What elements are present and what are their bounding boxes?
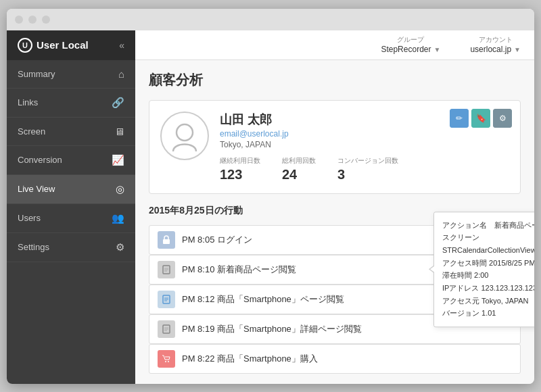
sidebar-item-label-links: Links [18,97,38,107]
tooltip-stay-value: 2:00 [474,272,488,280]
activity-time-text: PM 8:19 商品「Smartphone」詳細ページ閲覧 [182,323,362,335]
profile-card: 山田 太郎 email@userlocal.jp Tokyo, JAPAN 継続… [149,100,521,194]
svg-point-0 [177,124,193,141]
sidebar-item-summary[interactable]: Summary ⌂ [7,60,135,89]
svg-point-14 [165,361,166,362]
traffic-light-maximize[interactable] [42,16,50,24]
bookmark-button[interactable]: 🔖 [471,109,490,128]
tooltip-access-label: アクセス時間 [442,259,489,267]
traffic-light-close[interactable] [15,16,23,24]
sidebar-icon-users: 👥 [112,212,124,224]
sidebar-item-live-view[interactable]: Live View ◎ [7,175,135,204]
stat-conversion-value: 3 [337,167,398,182]
tooltip-ip-value: 123.123.123.123 [481,284,534,292]
tooltip-from-value: Tokyo, JAPAN [481,297,529,305]
tooltip-stay-label: 滞在時間 [442,272,474,280]
main-content: 顧客分析 山田 太郎 email@userlocal.jp To [135,60,534,384]
avatar [160,112,209,160]
sidebar-item-label-users: Users [18,213,41,223]
tooltip-action-label: アクション名 [442,221,494,229]
sidebar-icon-settings: ⚙ [116,241,124,253]
tooltip-screen-label: スクリーン [442,233,479,241]
tooltip-version-value: 1.01 [481,310,496,318]
activity-icon [158,350,175,368]
tooltip-access-value: 2015/8/25 PM 8:10:05 [489,259,534,267]
group-selector[interactable]: グループ StepRecorder ▼ [381,35,440,54]
sidebar-icon-summary: ⌂ [118,68,124,80]
activity-icon [158,320,175,338]
sidebar-item-settings[interactable]: Settings ⚙ [7,233,135,262]
activity-item[interactable]: PM 8:22 商品「Smartphone」購入 [149,344,521,374]
collapse-button[interactable]: « [119,40,124,51]
traffic-light-minimize[interactable] [28,16,37,24]
group-dropdown-arrow[interactable]: ▼ [433,46,440,53]
stat-days: 継続利用日数 123 [220,156,260,182]
sidebar-icon-links: 🔗 [112,97,124,109]
sidebar-item-label-settings: Settings [18,242,49,252]
sidebar: User Local « Summary ⌂ Links 🔗 Screen 🖥 … [7,30,135,384]
svg-point-15 [168,361,169,362]
sidebar-nav: Summary ⌂ Links 🔗 Screen 🖥 Conversion 📈 … [7,60,135,384]
profile-email[interactable]: email@userlocal.jp [220,129,509,139]
stat-conversion: コンバージョン回数 3 [337,156,398,182]
app-window: User Local « Summary ⌂ Links 🔗 Screen 🖥 … [7,9,534,384]
sidebar-item-screen[interactable]: Screen 🖥 [7,118,135,146]
title-bar [7,9,534,30]
sidebar-item-label-summary: Summary [18,69,55,79]
page-title: 顧客分析 [149,71,521,89]
top-navigation-bar: グループ StepRecorder ▼ アカウント userlocal.jp ▼ [135,30,534,60]
account-value: userlocal.jp [470,45,511,54]
sidebar-item-label-screen: Screen [18,126,45,137]
stat-days-label: 継続利用日数 [220,156,260,166]
profile-location: Tokyo, JAPAN [220,140,509,149]
stat-days-value: 123 [220,167,260,182]
sidebar-item-conversion[interactable]: Conversion 📈 [7,146,135,175]
stat-total-value: 24 [282,167,316,182]
account-selector[interactable]: アカウント userlocal.jp ▼ [470,35,521,54]
sidebar-icon-conversion: 📈 [112,154,124,166]
tooltip-screen-value: STRCalendarCollectionViewControoler [442,246,534,254]
profile-actions: ✏ 🔖 ⚙ [450,109,512,128]
stat-conversion-label: コンバージョン回数 [337,156,398,166]
stat-total-label: 総利用回数 [282,156,316,166]
account-dropdown-arrow[interactable]: ▼ [514,46,521,53]
sidebar-item-users[interactable]: Users 👥 [7,204,135,233]
sidebar-icon-screen: 🖥 [114,126,124,137]
activity-icon [158,231,175,249]
logo-icon [18,38,32,53]
settings-button[interactable]: ⚙ [493,109,512,128]
sidebar-top: User Local « [7,30,135,60]
activity-list: PM 8:05 ログイン PM 8:10 新着商品ページ閲覧 アクション名 新着… [149,225,521,374]
svg-rect-1 [163,239,170,244]
app-layout: User Local « Summary ⌂ Links 🔗 Screen 🖥 … [7,30,534,384]
app-logo: User Local [18,38,89,53]
sidebar-icon-live-view: ◎ [116,183,124,195]
activity-section: 2015年8月25日の行動 PM 8:05 ログイン PM 8:10 新着商品ペ… [149,205,521,374]
activity-time-text: PM 8:05 ログイン [182,234,252,246]
sidebar-header: User Local « [7,30,135,60]
group-label: グループ [397,35,424,45]
group-value: StepRecorder [381,45,431,54]
stat-total: 総利用回数 24 [282,156,316,182]
tooltip-version-label: バージョン [442,310,481,318]
activity-time-text: PM 8:22 商品「Smartphone」購入 [182,353,318,365]
activity-time-text: PM 8:12 商品「Smartphone」ページ閲覧 [182,293,344,305]
sidebar-item-label-conversion: Conversion [18,155,62,165]
sidebar-item-links[interactable]: Links 🔗 [7,89,135,118]
page-body: 顧客分析 山田 太郎 email@userlocal.jp To [135,60,534,384]
sidebar-item-label-live-view: Live View [18,184,55,194]
activity-time-text: PM 8:10 新着商品ページ閲覧 [182,264,296,276]
activity-icon [158,261,175,278]
tooltip-action-value: 新着商品ページ閲覧 [494,221,534,229]
tooltip-from-label: アクセス元 [442,297,481,305]
logo-text: User Local [37,39,89,51]
profile-stats: 継続利用日数 123 総利用回数 24 コンバージョン回数 3 [220,156,509,182]
activity-tooltip: アクション名 新着商品ページ閲覧 スクリーン STRCalendarCollec… [433,212,534,328]
activity-item[interactable]: PM 8:10 新着商品ページ閲覧 アクション名 新着商品ページ閲覧 スクリーン… [149,255,521,285]
edit-button[interactable]: ✏ [450,109,469,128]
account-label: アカウント [479,35,513,45]
tooltip-ip-label: IPアドレス [442,284,481,292]
activity-icon [158,291,175,308]
